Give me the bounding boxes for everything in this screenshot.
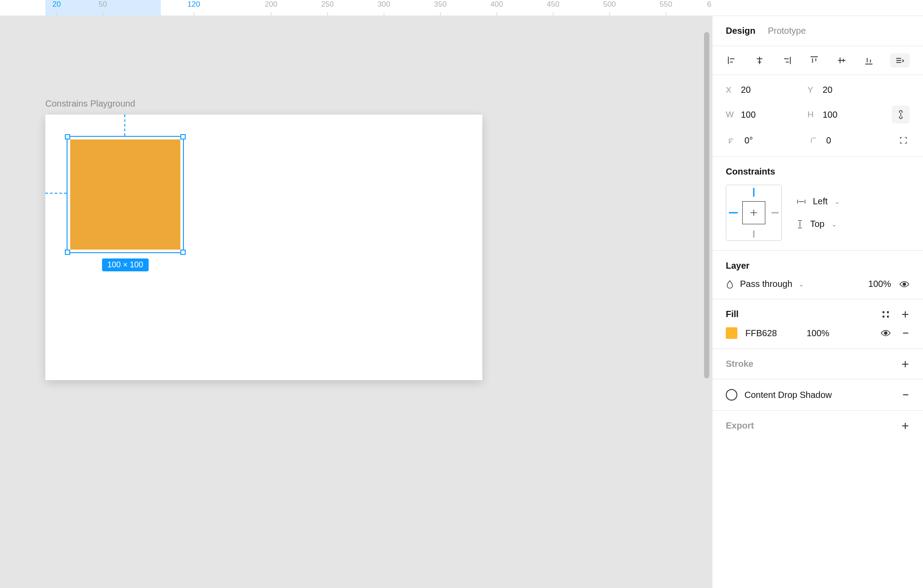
design-panel: Design Prototype X20 Y20 W100 H100 xyxy=(712,16,923,588)
fill-visibility-toggle[interactable] xyxy=(880,329,891,337)
constraint-pin-top[interactable] xyxy=(753,188,755,197)
tab-design[interactable]: Design xyxy=(726,26,756,36)
tab-prototype[interactable]: Prototype xyxy=(768,26,806,36)
frame-label[interactable]: Constrains Playground xyxy=(45,99,135,109)
effects-section: Content Drop Shadow xyxy=(712,379,923,410)
effect-icon[interactable] xyxy=(726,389,737,401)
align-bottom-icon[interactable] xyxy=(863,54,875,67)
constraint-pin-left[interactable] xyxy=(729,212,738,214)
selection-handle-sw[interactable] xyxy=(65,250,70,255)
constraint-inner-box xyxy=(742,201,765,224)
align-left-icon[interactable] xyxy=(726,54,738,67)
height-field[interactable]: H100 xyxy=(808,110,889,120)
ruler-tick: 20 xyxy=(52,0,61,16)
align-right-icon[interactable] xyxy=(780,54,793,67)
independent-corners-button[interactable] xyxy=(897,134,910,147)
svg-point-36 xyxy=(884,332,887,334)
ruler-tick: 6 xyxy=(707,0,711,16)
guide-horizontal xyxy=(45,193,67,194)
remove-fill-button[interactable] xyxy=(902,329,910,337)
visibility-toggle[interactable] xyxy=(899,280,910,288)
add-fill-button[interactable] xyxy=(901,310,910,319)
fill-opacity-field[interactable]: 100% xyxy=(807,328,872,338)
export-title: Export xyxy=(726,421,754,431)
ruler-tick: 450 xyxy=(547,0,559,16)
guide-vertical xyxy=(124,115,125,136)
chevron-down-icon: ⌄ xyxy=(835,198,840,205)
align-hcenter-icon[interactable] xyxy=(753,54,766,67)
remove-effect-button[interactable] xyxy=(902,391,910,399)
align-vcenter-icon[interactable] xyxy=(835,54,848,67)
horizontal-constraint-icon xyxy=(797,199,806,205)
add-export-button[interactable] xyxy=(901,421,910,430)
layer-opacity-field[interactable]: 100% xyxy=(868,279,891,289)
vertical-scrollbar[interactable] xyxy=(704,32,709,378)
blend-icon xyxy=(726,280,734,289)
svg-point-29 xyxy=(903,283,906,286)
ruler-tick: 350 xyxy=(434,0,446,16)
panel-tabs: Design Prototype xyxy=(712,16,923,46)
layer-section: Layer Pass through ⌄ 100% xyxy=(712,250,923,299)
x-field[interactable]: X20 xyxy=(726,85,808,95)
vertical-constraint-icon xyxy=(797,220,803,229)
align-top-icon[interactable] xyxy=(808,54,820,67)
fill-section: Fill FFB628 100% xyxy=(712,299,923,349)
constraint-pin-bottom[interactable] xyxy=(753,230,755,238)
fill-title: Fill xyxy=(726,309,739,319)
rotation-field[interactable]: 0° xyxy=(726,134,808,147)
stroke-section: Stroke xyxy=(712,349,923,379)
ruler-tick: 50 xyxy=(99,0,107,16)
ruler-tick: 250 xyxy=(321,0,334,16)
constraints-widget[interactable] xyxy=(726,185,782,241)
align-row xyxy=(712,46,923,75)
corner-radius-icon xyxy=(808,134,820,147)
chevron-down-icon: ⌄ xyxy=(831,221,837,228)
stroke-title: Stroke xyxy=(726,359,753,369)
ruler-tick: 500 xyxy=(603,0,616,16)
constraints-section: Constraints Left ⌄ xyxy=(712,156,923,250)
rotation-icon xyxy=(726,134,738,147)
fill-swatch[interactable] xyxy=(726,327,737,339)
transform-section: X20 Y20 W100 H100 0° 0 xyxy=(712,75,923,156)
dimensions-badge: 100 × 100 xyxy=(102,258,149,271)
constraint-vertical-select[interactable]: Top ⌄ xyxy=(797,219,840,229)
width-field[interactable]: W100 xyxy=(726,110,808,120)
svg-point-30 xyxy=(883,311,885,313)
fill-hex-field[interactable]: FFB628 xyxy=(745,328,799,338)
effect-name[interactable]: Content Drop Shadow xyxy=(744,390,895,400)
constraint-pin-right[interactable] xyxy=(772,212,779,214)
selection-handle-ne[interactable] xyxy=(180,134,186,139)
export-section: Export xyxy=(712,410,923,441)
blend-mode-select[interactable]: Pass through ⌄ xyxy=(726,279,804,289)
ruler-tick: 120 xyxy=(187,0,200,16)
tidy-up-button[interactable] xyxy=(890,53,910,68)
chevron-down-icon: ⌄ xyxy=(799,281,804,288)
y-field[interactable]: Y20 xyxy=(808,85,889,95)
svg-point-33 xyxy=(887,315,889,318)
ruler-tick: 550 xyxy=(660,0,672,16)
styles-icon[interactable] xyxy=(881,310,890,319)
constraint-horizontal-select[interactable]: Left ⌄ xyxy=(797,196,840,207)
layer-title: Layer xyxy=(726,261,910,271)
selection-handle-nw[interactable] xyxy=(65,134,70,139)
horizontal-ruler[interactable]: 20 50 120 200 250 300 350 400 450 500 55… xyxy=(0,0,923,16)
svg-point-32 xyxy=(883,315,885,318)
svg-point-31 xyxy=(887,311,889,313)
link-dimensions-button[interactable] xyxy=(892,106,910,123)
add-stroke-button[interactable] xyxy=(901,360,910,369)
ruler-tick: 200 xyxy=(265,0,277,16)
constraints-title: Constraints xyxy=(726,167,910,177)
selection-handle-se[interactable] xyxy=(180,250,186,255)
corner-radius-field[interactable]: 0 xyxy=(808,134,889,147)
ruler-tick: 400 xyxy=(490,0,503,16)
canvas[interactable]: Constrains Playground 100 × 100 xyxy=(0,16,712,588)
selection-outline xyxy=(67,136,184,253)
ruler-tick: 300 xyxy=(378,0,390,16)
